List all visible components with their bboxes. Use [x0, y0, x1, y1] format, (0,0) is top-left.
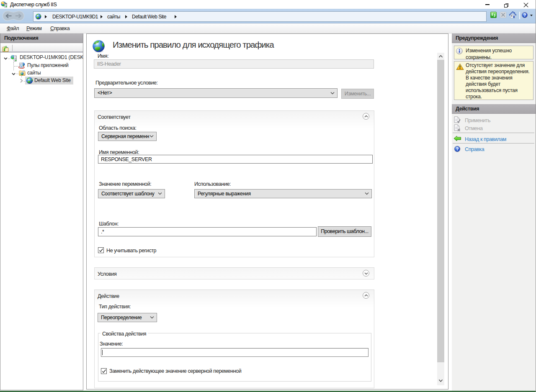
svg-text:?: ?	[456, 146, 459, 151]
svg-text:?: ?	[523, 13, 526, 18]
